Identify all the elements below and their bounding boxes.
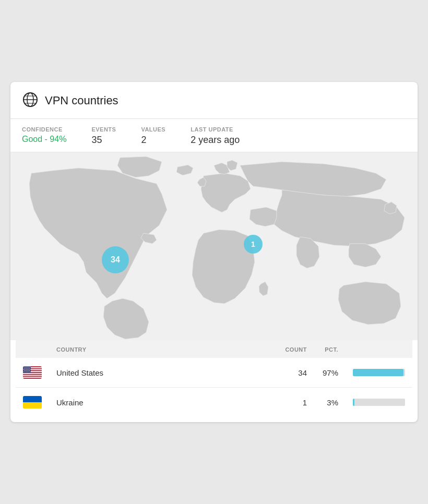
svg-point-18: [29, 367, 29, 367]
svg-rect-42: [23, 396, 42, 402]
table-row: United States 34 97%: [16, 358, 412, 388]
svg-rect-11: [23, 375, 42, 376]
svg-rect-43: [23, 402, 42, 409]
country-flag-ua: [23, 396, 42, 409]
map-svg: [10, 152, 418, 340]
svg-point-19: [30, 367, 30, 367]
svg-point-30: [30, 369, 30, 369]
svg-point-15: [25, 367, 25, 367]
svg-point-20: [24, 368, 25, 368]
events-value: 35: [91, 135, 116, 146]
svg-point-37: [25, 371, 25, 372]
country-name-cell: United States: [49, 358, 216, 388]
world-map: 34 1: [10, 152, 418, 340]
col-header-pct: PCT.: [314, 340, 346, 358]
svg-point-14: [23, 367, 24, 367]
country-flag-us: [23, 366, 42, 379]
card-title: VPN countries: [45, 94, 118, 107]
map-bubble-us: 34: [102, 246, 129, 273]
events-label: EVENTS: [91, 126, 116, 133]
table-header: COUNTRY COUNT PCT.: [16, 340, 412, 358]
table-row: Ukraine 1 3%: [16, 388, 412, 417]
svg-point-39: [27, 371, 28, 372]
svg-point-29: [29, 369, 29, 369]
card-header: VPN countries: [10, 82, 418, 119]
svg-point-38: [26, 371, 27, 372]
bar-wrapper: [353, 369, 405, 376]
svg-point-24: [29, 368, 30, 368]
bar-cell: [346, 388, 412, 417]
svg-point-31: [24, 370, 25, 371]
svg-point-34: [28, 370, 28, 371]
svg-point-40: [29, 371, 29, 372]
col-header-flag: [16, 340, 49, 358]
stat-confidence: CONFIDENCE Good - 94%: [22, 126, 66, 146]
count-cell: 34: [216, 358, 314, 388]
svg-point-16: [26, 367, 27, 367]
svg-point-28: [27, 369, 28, 369]
stat-last-update: LAST UPDATE 2 years ago: [191, 126, 240, 146]
bar-fill: [353, 369, 403, 376]
country-name-cell: Ukraine: [49, 388, 216, 417]
count-cell: 1: [216, 388, 314, 417]
svg-point-32: [25, 370, 26, 371]
stat-values: VALUES 2: [141, 126, 165, 146]
globe-icon: [22, 91, 39, 110]
svg-point-17: [27, 367, 28, 367]
stat-events: EVENTS 35: [91, 126, 116, 146]
svg-point-25: [23, 369, 24, 369]
svg-point-27: [26, 369, 27, 369]
svg-point-26: [25, 369, 25, 369]
values-value: 2: [141, 135, 165, 146]
svg-point-35: [29, 370, 30, 371]
svg-point-23: [28, 368, 28, 368]
bar-wrapper: [353, 399, 405, 406]
table-body: United States 34 97% Ukraine 1 3%: [16, 358, 412, 417]
svg-point-36: [23, 371, 24, 372]
col-header-bar: [346, 340, 412, 358]
country-table: COUNTRY COUNT PCT. United States 34: [16, 340, 412, 417]
svg-rect-10: [23, 373, 42, 374]
confidence-value: Good - 94%: [22, 135, 66, 144]
col-header-country: COUNTRY: [49, 340, 216, 358]
svg-point-41: [30, 371, 30, 372]
col-header-count: COUNT: [216, 340, 314, 358]
svg-point-33: [27, 370, 27, 371]
map-bubble-ua: 1: [244, 235, 263, 254]
svg-point-21: [25, 368, 26, 368]
values-label: VALUES: [141, 126, 165, 133]
vpn-countries-card: VPN countries CONFIDENCE Good - 94% EVEN…: [10, 82, 418, 422]
svg-rect-13: [23, 366, 31, 373]
svg-point-22: [27, 368, 27, 368]
svg-rect-12: [23, 377, 42, 378]
pct-cell: 3%: [314, 388, 346, 417]
bar-fill: [353, 399, 354, 406]
last-update-value: 2 years ago: [191, 135, 240, 146]
confidence-label: CONFIDENCE: [22, 126, 66, 133]
last-update-label: LAST UPDATE: [191, 126, 240, 133]
country-table-section: COUNTRY COUNT PCT. United States 34: [10, 340, 418, 422]
bar-cell: [346, 358, 412, 388]
stats-row: CONFIDENCE Good - 94% EVENTS 35 VALUES 2…: [10, 119, 418, 152]
pct-cell: 97%: [314, 358, 346, 388]
flag-cell: [16, 388, 49, 417]
flag-cell: [16, 358, 49, 388]
